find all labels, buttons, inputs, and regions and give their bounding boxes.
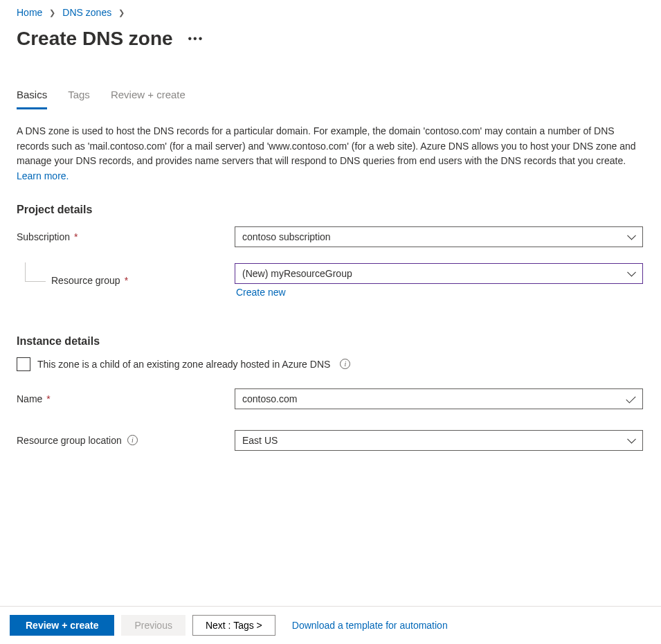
child-zone-checkbox[interactable] <box>17 357 30 371</box>
info-icon[interactable]: i <box>340 359 350 369</box>
tab-review-create[interactable]: Review + create <box>111 84 185 109</box>
info-icon[interactable]: i <box>127 435 138 445</box>
intro-text: A DNS zone is used to host the DNS recor… <box>17 124 644 184</box>
name-label: Name* <box>17 393 235 404</box>
learn-more-link[interactable]: Learn more. <box>17 170 69 181</box>
location-select[interactable]: East US <box>235 430 643 451</box>
next-button[interactable]: Next : Tags > <box>192 615 275 636</box>
tab-tags[interactable]: Tags <box>68 84 90 109</box>
page-title: Create DNS zone <box>17 28 173 50</box>
breadcrumb-dns-zones[interactable]: DNS zones <box>62 7 111 18</box>
name-input[interactable]: contoso.com <box>235 388 643 409</box>
section-instance-details: Instance details <box>17 335 644 348</box>
breadcrumb-home[interactable]: Home <box>17 7 42 18</box>
create-new-resource-group-link[interactable]: Create new <box>236 287 286 298</box>
tree-line-icon <box>25 262 46 282</box>
resource-group-label: Resource group* <box>17 275 235 286</box>
section-project-details: Project details <box>17 204 644 216</box>
child-zone-label: This zone is a child of an existing zone… <box>37 359 330 370</box>
subscription-select[interactable]: contoso subscription <box>235 226 643 247</box>
wizard-footer: Review + create Previous Next : Tags > D… <box>0 606 661 644</box>
previous-button: Previous <box>121 615 185 636</box>
subscription-label: Subscription* <box>17 231 235 242</box>
chevron-right-icon: ❯ <box>118 8 125 17</box>
resource-group-select[interactable]: (New) myResourceGroup <box>235 263 643 284</box>
chevron-right-icon: ❯ <box>49 8 55 17</box>
review-create-button[interactable]: Review + create <box>10 615 114 636</box>
tab-basics[interactable]: Basics <box>17 84 47 109</box>
wizard-tabs: Basics Tags Review + create <box>17 84 644 110</box>
breadcrumb: Home ❯ DNS zones ❯ <box>17 7 644 18</box>
download-template-link[interactable]: Download a template for automation <box>292 620 448 631</box>
more-actions-icon[interactable]: ••• <box>188 33 204 45</box>
location-label: Resource group location i <box>17 435 235 446</box>
